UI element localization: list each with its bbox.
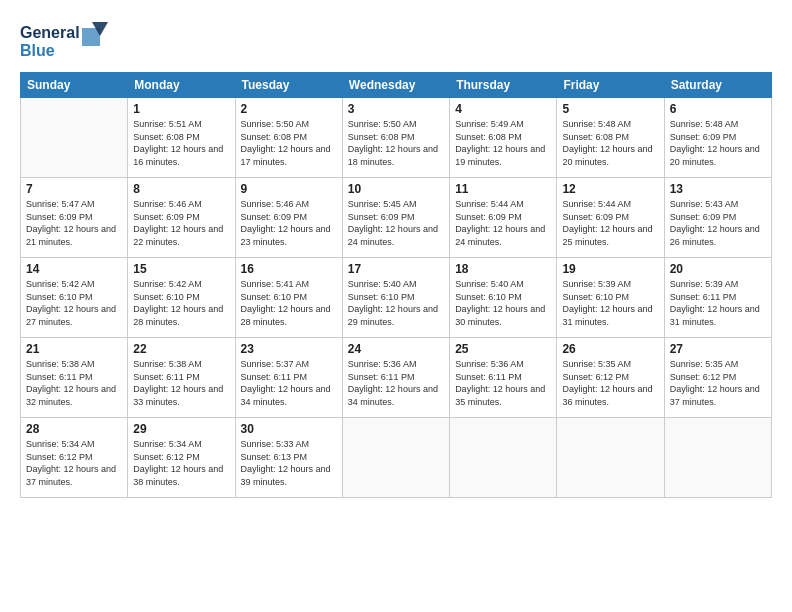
day-cell: 27Sunrise: 5:35 AMSunset: 6:12 PMDayligh…: [664, 338, 771, 418]
day-info: Sunrise: 5:48 AMSunset: 6:08 PMDaylight:…: [562, 118, 658, 168]
column-header-thursday: Thursday: [450, 73, 557, 98]
day-info: Sunrise: 5:39 AMSunset: 6:11 PMDaylight:…: [670, 278, 766, 328]
day-number: 17: [348, 262, 444, 276]
day-number: 27: [670, 342, 766, 356]
day-number: 18: [455, 262, 551, 276]
day-cell: [664, 418, 771, 498]
day-number: 19: [562, 262, 658, 276]
day-cell: [21, 98, 128, 178]
day-info: Sunrise: 5:34 AMSunset: 6:12 PMDaylight:…: [26, 438, 122, 488]
svg-text:Blue: Blue: [20, 42, 55, 59]
logo-icon: General Blue: [20, 18, 110, 62]
calendar-table: SundayMondayTuesdayWednesdayThursdayFrid…: [20, 72, 772, 498]
week-row-3: 14Sunrise: 5:42 AMSunset: 6:10 PMDayligh…: [21, 258, 772, 338]
day-cell: 17Sunrise: 5:40 AMSunset: 6:10 PMDayligh…: [342, 258, 449, 338]
day-info: Sunrise: 5:36 AMSunset: 6:11 PMDaylight:…: [348, 358, 444, 408]
day-info: Sunrise: 5:46 AMSunset: 6:09 PMDaylight:…: [133, 198, 229, 248]
day-number: 15: [133, 262, 229, 276]
day-cell: 23Sunrise: 5:37 AMSunset: 6:11 PMDayligh…: [235, 338, 342, 418]
day-info: Sunrise: 5:44 AMSunset: 6:09 PMDaylight:…: [562, 198, 658, 248]
day-cell: 28Sunrise: 5:34 AMSunset: 6:12 PMDayligh…: [21, 418, 128, 498]
day-number: 29: [133, 422, 229, 436]
day-number: 16: [241, 262, 337, 276]
week-row-4: 21Sunrise: 5:38 AMSunset: 6:11 PMDayligh…: [21, 338, 772, 418]
day-info: Sunrise: 5:40 AMSunset: 6:10 PMDaylight:…: [348, 278, 444, 328]
day-number: 26: [562, 342, 658, 356]
day-cell: [450, 418, 557, 498]
day-cell: 2Sunrise: 5:50 AMSunset: 6:08 PMDaylight…: [235, 98, 342, 178]
column-header-tuesday: Tuesday: [235, 73, 342, 98]
day-info: Sunrise: 5:50 AMSunset: 6:08 PMDaylight:…: [241, 118, 337, 168]
day-cell: 29Sunrise: 5:34 AMSunset: 6:12 PMDayligh…: [128, 418, 235, 498]
day-info: Sunrise: 5:47 AMSunset: 6:09 PMDaylight:…: [26, 198, 122, 248]
day-info: Sunrise: 5:50 AMSunset: 6:08 PMDaylight:…: [348, 118, 444, 168]
day-cell: [557, 418, 664, 498]
page: General Blue SundayMondayTuesdayWednesda…: [0, 0, 792, 612]
day-number: 5: [562, 102, 658, 116]
day-cell: 25Sunrise: 5:36 AMSunset: 6:11 PMDayligh…: [450, 338, 557, 418]
day-info: Sunrise: 5:35 AMSunset: 6:12 PMDaylight:…: [670, 358, 766, 408]
day-cell: 3Sunrise: 5:50 AMSunset: 6:08 PMDaylight…: [342, 98, 449, 178]
day-info: Sunrise: 5:44 AMSunset: 6:09 PMDaylight:…: [455, 198, 551, 248]
day-cell: 10Sunrise: 5:45 AMSunset: 6:09 PMDayligh…: [342, 178, 449, 258]
day-number: 4: [455, 102, 551, 116]
day-info: Sunrise: 5:43 AMSunset: 6:09 PMDaylight:…: [670, 198, 766, 248]
day-number: 11: [455, 182, 551, 196]
day-cell: 13Sunrise: 5:43 AMSunset: 6:09 PMDayligh…: [664, 178, 771, 258]
day-info: Sunrise: 5:42 AMSunset: 6:10 PMDaylight:…: [26, 278, 122, 328]
day-cell: 7Sunrise: 5:47 AMSunset: 6:09 PMDaylight…: [21, 178, 128, 258]
week-row-2: 7Sunrise: 5:47 AMSunset: 6:09 PMDaylight…: [21, 178, 772, 258]
day-number: 30: [241, 422, 337, 436]
day-info: Sunrise: 5:35 AMSunset: 6:12 PMDaylight:…: [562, 358, 658, 408]
day-cell: 1Sunrise: 5:51 AMSunset: 6:08 PMDaylight…: [128, 98, 235, 178]
day-number: 12: [562, 182, 658, 196]
day-info: Sunrise: 5:48 AMSunset: 6:09 PMDaylight:…: [670, 118, 766, 168]
day-info: Sunrise: 5:45 AMSunset: 6:09 PMDaylight:…: [348, 198, 444, 248]
day-number: 7: [26, 182, 122, 196]
column-header-sunday: Sunday: [21, 73, 128, 98]
day-cell: 15Sunrise: 5:42 AMSunset: 6:10 PMDayligh…: [128, 258, 235, 338]
day-cell: 4Sunrise: 5:49 AMSunset: 6:08 PMDaylight…: [450, 98, 557, 178]
day-number: 9: [241, 182, 337, 196]
header: General Blue: [20, 18, 772, 62]
week-row-5: 28Sunrise: 5:34 AMSunset: 6:12 PMDayligh…: [21, 418, 772, 498]
day-number: 3: [348, 102, 444, 116]
day-cell: 14Sunrise: 5:42 AMSunset: 6:10 PMDayligh…: [21, 258, 128, 338]
day-info: Sunrise: 5:33 AMSunset: 6:13 PMDaylight:…: [241, 438, 337, 488]
day-cell: 26Sunrise: 5:35 AMSunset: 6:12 PMDayligh…: [557, 338, 664, 418]
day-cell: 22Sunrise: 5:38 AMSunset: 6:11 PMDayligh…: [128, 338, 235, 418]
day-number: 10: [348, 182, 444, 196]
day-info: Sunrise: 5:42 AMSunset: 6:10 PMDaylight:…: [133, 278, 229, 328]
day-info: Sunrise: 5:39 AMSunset: 6:10 PMDaylight:…: [562, 278, 658, 328]
day-info: Sunrise: 5:49 AMSunset: 6:08 PMDaylight:…: [455, 118, 551, 168]
day-cell: 6Sunrise: 5:48 AMSunset: 6:09 PMDaylight…: [664, 98, 771, 178]
day-info: Sunrise: 5:34 AMSunset: 6:12 PMDaylight:…: [133, 438, 229, 488]
day-cell: [342, 418, 449, 498]
day-cell: 20Sunrise: 5:39 AMSunset: 6:11 PMDayligh…: [664, 258, 771, 338]
day-cell: 24Sunrise: 5:36 AMSunset: 6:11 PMDayligh…: [342, 338, 449, 418]
day-info: Sunrise: 5:37 AMSunset: 6:11 PMDaylight:…: [241, 358, 337, 408]
header-row: SundayMondayTuesdayWednesdayThursdayFrid…: [21, 73, 772, 98]
day-cell: 19Sunrise: 5:39 AMSunset: 6:10 PMDayligh…: [557, 258, 664, 338]
svg-text:General: General: [20, 24, 80, 41]
column-header-saturday: Saturday: [664, 73, 771, 98]
day-info: Sunrise: 5:51 AMSunset: 6:08 PMDaylight:…: [133, 118, 229, 168]
column-header-monday: Monday: [128, 73, 235, 98]
day-cell: 11Sunrise: 5:44 AMSunset: 6:09 PMDayligh…: [450, 178, 557, 258]
day-info: Sunrise: 5:36 AMSunset: 6:11 PMDaylight:…: [455, 358, 551, 408]
day-cell: 21Sunrise: 5:38 AMSunset: 6:11 PMDayligh…: [21, 338, 128, 418]
day-info: Sunrise: 5:41 AMSunset: 6:10 PMDaylight:…: [241, 278, 337, 328]
day-number: 22: [133, 342, 229, 356]
day-number: 6: [670, 102, 766, 116]
day-cell: 18Sunrise: 5:40 AMSunset: 6:10 PMDayligh…: [450, 258, 557, 338]
column-header-wednesday: Wednesday: [342, 73, 449, 98]
day-info: Sunrise: 5:40 AMSunset: 6:10 PMDaylight:…: [455, 278, 551, 328]
column-header-friday: Friday: [557, 73, 664, 98]
day-cell: 5Sunrise: 5:48 AMSunset: 6:08 PMDaylight…: [557, 98, 664, 178]
day-number: 13: [670, 182, 766, 196]
day-number: 8: [133, 182, 229, 196]
day-number: 1: [133, 102, 229, 116]
day-number: 24: [348, 342, 444, 356]
day-number: 21: [26, 342, 122, 356]
day-number: 14: [26, 262, 122, 276]
